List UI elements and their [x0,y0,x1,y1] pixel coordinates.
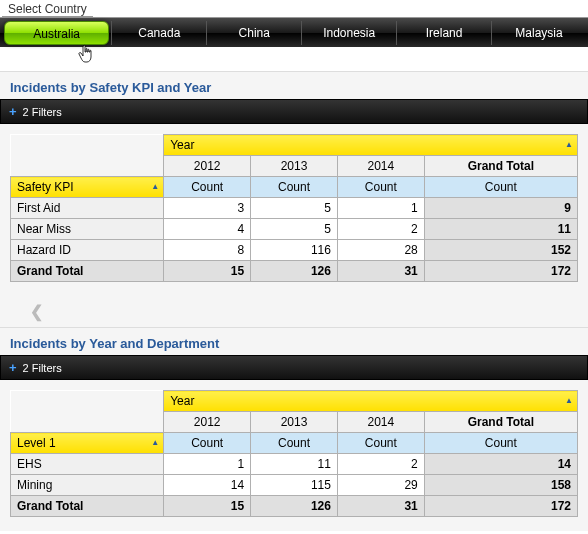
tab-malaysia[interactable]: Malaysia [491,21,586,45]
cell-row-total: 14 [424,454,577,475]
cell: 2 [337,219,424,240]
panel2-filter-bar[interactable]: + 2 Filters [0,355,588,380]
count-header: Count [424,177,577,198]
col-2012[interactable]: 2012 [164,156,251,177]
cell-col-total: 126 [251,496,338,517]
count-header: Count [251,433,338,454]
cell: 116 [251,240,338,261]
tab-ireland[interactable]: Ireland [396,21,491,45]
year-header[interactable]: Year▲ [164,135,578,156]
row-label-hazard-id[interactable]: Hazard ID [11,240,164,261]
cell: 8 [164,240,251,261]
cell-row-total: 9 [424,198,577,219]
expand-filters-icon[interactable]: + [9,360,17,375]
tab-australia[interactable]: Australia [4,21,109,45]
grand-total-row: Grand Total 15 126 31 172 [11,261,578,282]
count-header: Count [251,177,338,198]
sort-arrow-icon[interactable]: ▲ [151,438,159,447]
count-header: Count [424,433,577,454]
cell: 29 [337,475,424,496]
cell-grand-total: 172 [424,496,577,517]
panel2-pivot-table: Year▲ 2012 2013 2014 Grand Total Level 1… [10,390,578,517]
count-header: Count [164,177,251,198]
table-row: Hazard ID 8 116 28 152 [11,240,578,261]
corner-empty [11,156,164,177]
row-label-near-miss[interactable]: Near Miss [11,219,164,240]
corner-empty [11,412,164,433]
panel1-filter-bar[interactable]: + 2 Filters [0,99,588,124]
cell-col-total: 31 [337,496,424,517]
panel1-pivot-wrap: Year▲ 2012 2013 2014 Grand Total Safety … [0,124,588,296]
cell: 2 [337,454,424,475]
panel1-pivot-table: Year▲ 2012 2013 2014 Grand Total Safety … [10,134,578,282]
row-label-grand-total: Grand Total [11,261,164,282]
cell-col-total: 126 [251,261,338,282]
panel2-title: Incidents by Year and Department [0,327,588,355]
cell-col-total: 15 [164,496,251,517]
sort-arrow-icon[interactable]: ▲ [151,182,159,191]
table-row: Near Miss 4 5 2 11 [11,219,578,240]
rowdim-safety-kpi[interactable]: Safety KPI▲ [11,177,164,198]
cell-col-total: 31 [337,261,424,282]
country-tabbar: Australia Canada China Indonesia Ireland… [0,17,588,47]
col-2012[interactable]: 2012 [164,412,251,433]
cell: 28 [337,240,424,261]
row-label-first-aid[interactable]: First Aid [11,198,164,219]
sort-arrow-icon[interactable]: ▲ [565,396,573,405]
table-row: First Aid 3 5 1 9 [11,198,578,219]
cell-grand-total: 172 [424,261,577,282]
count-header: Count [337,177,424,198]
col-2014[interactable]: 2014 [337,412,424,433]
col-2013[interactable]: 2013 [251,412,338,433]
cell-row-total: 11 [424,219,577,240]
cursor-hand-icon [78,44,96,68]
table-row: EHS 1 11 2 14 [11,454,578,475]
col-grand-total[interactable]: Grand Total [424,412,577,433]
corner-empty [11,391,164,412]
count-header: Count [337,433,424,454]
panel2-pivot-wrap: Year▲ 2012 2013 2014 Grand Total Level 1… [0,380,588,531]
cell: 1 [164,454,251,475]
rowdim-level1[interactable]: Level 1▲ [11,433,164,454]
cell: 1 [337,198,424,219]
cell: 5 [251,198,338,219]
cell: 14 [164,475,251,496]
select-country-label: Select Country [2,0,93,17]
cell: 5 [251,219,338,240]
expand-filters-icon[interactable]: + [9,104,17,119]
tab-china[interactable]: China [206,21,301,45]
cell: 4 [164,219,251,240]
tab-indonesia[interactable]: Indonesia [301,21,396,45]
cell-row-total: 158 [424,475,577,496]
cell: 115 [251,475,338,496]
row-label-grand-total: Grand Total [11,496,164,517]
sort-arrow-icon[interactable]: ▲ [565,140,573,149]
col-grand-total[interactable]: Grand Total [424,156,577,177]
year-header[interactable]: Year▲ [164,391,578,412]
cell-row-total: 152 [424,240,577,261]
cell: 3 [164,198,251,219]
row-label-ehs[interactable]: EHS [11,454,164,475]
col-2013[interactable]: 2013 [251,156,338,177]
panel2-filter-text: 2 Filters [23,362,62,374]
corner-empty [11,135,164,156]
tab-canada[interactable]: Canada [111,21,206,45]
grand-total-row: Grand Total 15 126 31 172 [11,496,578,517]
back-chevron-icon[interactable]: ❮ [0,296,588,327]
col-2014[interactable]: 2014 [337,156,424,177]
cell-col-total: 15 [164,261,251,282]
count-header: Count [164,433,251,454]
panel1-filter-text: 2 Filters [23,106,62,118]
panel1-title: Incidents by Safety KPI and Year [0,71,588,99]
cell: 11 [251,454,338,475]
table-row: Mining 14 115 29 158 [11,475,578,496]
row-label-mining[interactable]: Mining [11,475,164,496]
